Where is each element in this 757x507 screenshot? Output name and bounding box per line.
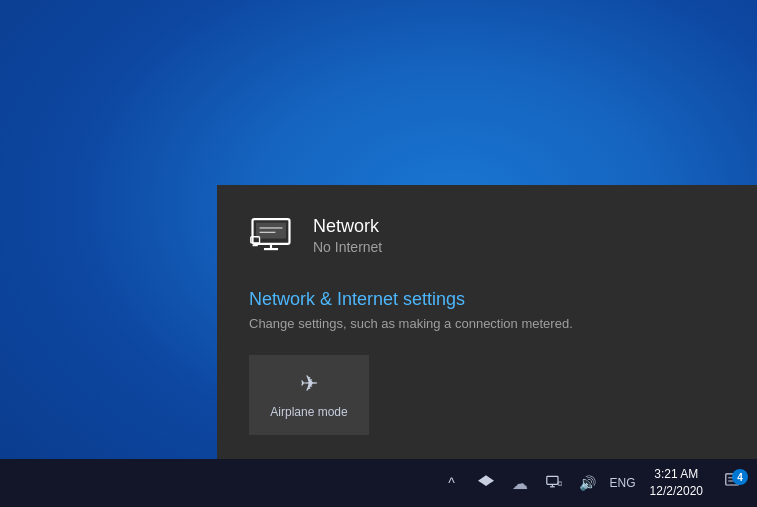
network-header: Network No Internet: [249, 213, 725, 257]
svg-rect-1: [256, 223, 286, 239]
network-text: Network No Internet: [313, 216, 382, 255]
onedrive-tray-icon[interactable]: ☁: [504, 463, 536, 503]
taskbar-right-area: ^ ☁: [436, 459, 753, 507]
airplane-icon: ✈: [300, 371, 318, 397]
network-svg-icon: [249, 217, 293, 253]
dropbox-icon: [478, 474, 494, 493]
chevron-up-icon: ^: [448, 475, 455, 491]
language-indicator[interactable]: ENG: [606, 463, 640, 503]
airplane-mode-label: Airplane mode: [270, 405, 347, 419]
quick-actions-area: ✈ Airplane mode: [249, 355, 725, 435]
airplane-mode-button[interactable]: ✈ Airplane mode: [249, 355, 369, 435]
svg-rect-9: [546, 476, 557, 484]
cloud-icon: ☁: [512, 474, 528, 493]
network-panel: Network No Internet Network & Internet s…: [217, 185, 757, 459]
network-subtitle: No Internet: [313, 239, 382, 255]
clock-date: 12/2/2020: [650, 483, 703, 500]
network-icon: [249, 213, 293, 257]
network-tray-svg: [546, 475, 562, 492]
network-title: Network: [313, 216, 382, 237]
volume-tray-icon[interactable]: 🔊: [572, 463, 604, 503]
network-settings-link[interactable]: Network & Internet settings: [249, 289, 465, 310]
notification-center-button[interactable]: 4: [713, 463, 753, 503]
volume-icon: 🔊: [579, 475, 596, 491]
desktop: Network No Internet Network & Internet s…: [0, 0, 757, 507]
clock-time: 3:21 AM: [654, 466, 698, 483]
taskbar: ^ ☁: [0, 459, 757, 507]
language-label: ENG: [610, 476, 636, 490]
settings-description: Change settings, such as making a connec…: [249, 316, 725, 331]
dropbox-tray-icon[interactable]: [470, 463, 502, 503]
network-tray-icon[interactable]: [538, 463, 570, 503]
show-hidden-button[interactable]: ^: [436, 463, 468, 503]
notification-badge: 4: [732, 469, 748, 485]
clock-area[interactable]: 3:21 AM 12/2/2020: [642, 463, 711, 503]
